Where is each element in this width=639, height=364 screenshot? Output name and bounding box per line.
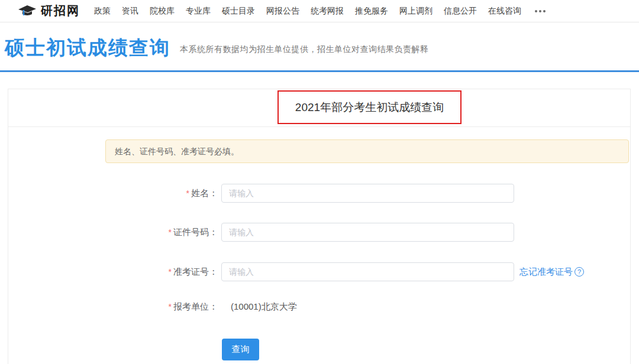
card-title: 2021年部分考生初试成绩查询 xyxy=(295,100,444,115)
admission-ticket-input[interactable] xyxy=(221,262,514,281)
name-field-row: *姓名： xyxy=(8,184,630,203)
nav-item-info-disclosure[interactable]: 信息公开 xyxy=(444,6,477,17)
required-asterisk: * xyxy=(186,188,189,198)
red-highlight-box: 2021年部分考生初试成绩查询 xyxy=(277,90,462,124)
page-header: 硕士初试成绩查询 本系统所有数据均为招生单位提供，招生单位对查询结果负责解释 xyxy=(5,37,429,59)
required-asterisk: * xyxy=(169,267,172,277)
nav-item-online-adjustment[interactable]: 网上调剂 xyxy=(399,6,433,17)
nav-item-unified-exam[interactable]: 统考网报 xyxy=(311,6,344,17)
top-nav: 研招网 政策 资讯 院校库 专业库 硕士目录 网报公告 统考网报 推免服务 网上… xyxy=(0,0,639,22)
forgot-ticket-link[interactable]: 忘记准考证号 ? xyxy=(519,266,584,278)
id-number-label: *证件号码： xyxy=(8,227,218,238)
nav-item-major-library[interactable]: 专业库 xyxy=(186,6,211,17)
submit-row: 查询 xyxy=(8,339,630,358)
applied-unit-label: *报考单位： xyxy=(8,301,218,313)
site-logo[interactable]: 研招网 xyxy=(18,3,80,19)
blue-divider xyxy=(0,70,639,72)
score-query-page: 研招网 政策 资讯 院校库 专业库 硕士目录 网报公告 统考网报 推免服务 网上… xyxy=(0,0,639,364)
card-header: 2021年部分考生初试成绩查询 xyxy=(8,89,630,127)
admission-ticket-field-row: *准考证号： 忘记准考证号 ? xyxy=(8,262,630,281)
nav-item-master-catalog[interactable]: 硕士目录 xyxy=(222,6,255,17)
nav-more-button[interactable] xyxy=(535,10,546,12)
query-button[interactable]: 查询 xyxy=(222,339,259,360)
required-fields-notice: 姓名、证件号码、准考证号必填。 xyxy=(105,139,629,163)
required-asterisk: * xyxy=(169,302,172,311)
nav-item-news[interactable]: 资讯 xyxy=(122,6,138,17)
nav-item-online-consult[interactable]: 在线咨询 xyxy=(488,6,521,17)
required-asterisk: * xyxy=(169,228,172,237)
nav-links: 政策 资讯 院校库 专业库 硕士目录 网报公告 统考网报 推免服务 网上调剂 信… xyxy=(94,6,546,17)
name-label: *姓名： xyxy=(8,188,218,199)
nav-item-exemption-service[interactable]: 推免服务 xyxy=(355,6,388,17)
id-number-input[interactable] xyxy=(221,223,514,242)
logo-label: 研招网 xyxy=(41,3,80,19)
nav-item-report-notice[interactable]: 网报公告 xyxy=(266,6,299,17)
nav-item-college-library[interactable]: 院校库 xyxy=(150,6,175,17)
applied-unit-value: (10001)北京大学 xyxy=(231,301,297,313)
admission-ticket-label: *准考证号： xyxy=(8,266,218,278)
page-subtitle: 本系统所有数据均为招生单位提供，招生单位对查询结果负责解释 xyxy=(180,44,429,59)
query-card: 2021年部分考生初试成绩查询 姓名、证件号码、准考证号必填。 *姓名： *证件… xyxy=(8,89,631,364)
graduation-cap-icon xyxy=(18,5,37,18)
help-icon[interactable]: ? xyxy=(575,267,584,277)
id-number-field-row: *证件号码： xyxy=(8,223,630,242)
page-title: 硕士初试成绩查询 xyxy=(5,37,170,59)
nav-item-policy[interactable]: 政策 xyxy=(94,6,111,17)
applied-unit-field-row: *报考单位： (10001)北京大学 xyxy=(8,297,630,316)
name-input[interactable] xyxy=(221,184,514,203)
